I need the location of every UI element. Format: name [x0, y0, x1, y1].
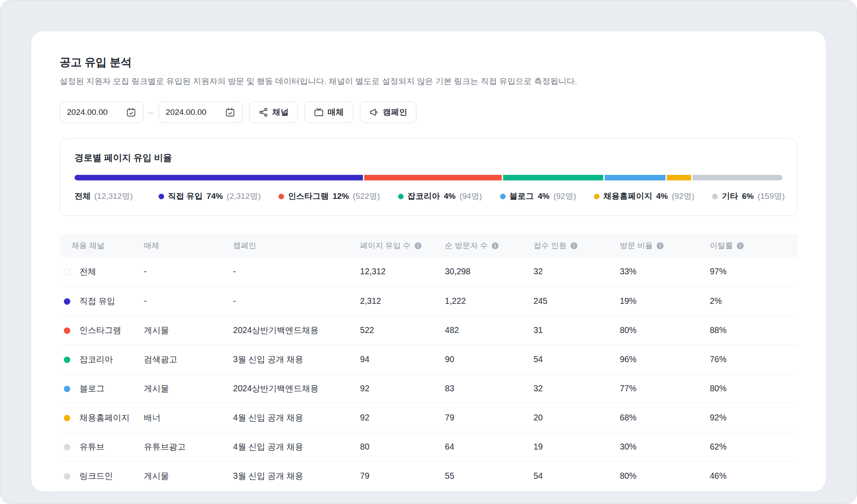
ad-inflow-analysis-card: 공고 유입 분석 설정된 지원자 모집 링크별로 유입된 지원자의 방문 및 행… [31, 31, 826, 492]
info-icon[interactable] [414, 242, 422, 250]
media-cell: - [132, 257, 221, 286]
inflow-table: 채용 채널 매체 [60, 234, 797, 491]
applicants-cell: 31 [521, 315, 608, 345]
visitors-cell: 90 [433, 345, 521, 374]
info-icon[interactable] [736, 242, 744, 250]
visit-rate-cell: 77% [608, 374, 698, 403]
channel-filter-label: 채널 [273, 107, 289, 118]
visit-rate-cell: 33% [608, 257, 698, 286]
applicants-cell: 19 [521, 432, 608, 461]
info-icon[interactable] [491, 242, 499, 250]
media-filter-label: 매체 [328, 107, 344, 118]
table-header-cell: 접수 인원 [521, 234, 608, 257]
table-header-cell: 캠페인 [221, 234, 348, 257]
header-label: 캠페인 [233, 240, 256, 251]
info-icon[interactable] [656, 242, 664, 250]
pageviews-cell: 80 [348, 432, 433, 461]
legend-item-name: 블로그 [509, 191, 534, 202]
info-icon[interactable] [570, 242, 578, 250]
legend-item: 채용홈페이지 4% (92명) [594, 191, 694, 202]
applicants-cell: 32 [521, 374, 608, 403]
legend-item-percent: 4% [538, 192, 549, 201]
channel-color-dot [64, 386, 70, 392]
pageviews-cell: 94 [348, 345, 433, 374]
pageviews-cell: 92 [348, 374, 433, 403]
table-header-cell: 페이지 유입 수 [348, 234, 433, 257]
channel-name: 잡코리아 [79, 354, 113, 364]
bounce-rate-cell: 46% [698, 461, 797, 490]
header-label: 접수 인원 [533, 240, 566, 251]
bounce-rate-cell: 2% [698, 286, 797, 315]
channel-cell: 블로그 [60, 374, 132, 403]
visit-rate-cell: 30% [608, 432, 698, 461]
megaphone-icon [369, 107, 379, 117]
visit-rate-cell: 19% [608, 286, 698, 315]
bar-segment [605, 175, 665, 180]
media-filter-button[interactable]: 매체 [305, 102, 353, 123]
channel-name: 블로그 [79, 384, 105, 393]
legend-item-percent: 6% [742, 192, 753, 201]
visitors-cell: 55 [433, 461, 521, 490]
media-cell: 게시물 [132, 374, 221, 403]
channel-cell: 링크드인 [60, 461, 132, 490]
channel-color-dot [64, 415, 70, 421]
campaign-cell: 4월 신입 공개 채용 [221, 403, 348, 432]
media-cell: 게시물 [132, 315, 221, 345]
channel-color-dot [64, 327, 70, 334]
table-row: 인스타그램 게시물 2024상반기백엔드채용 522 482 31 80% 88… [60, 315, 797, 345]
bounce-rate-cell: 76% [698, 345, 797, 374]
inflow-stacked-bar [75, 175, 782, 180]
table-row: 전체 - - 12,312 30,298 32 33% 97% [60, 257, 797, 286]
table-header-row: 채용 채널 매체 [60, 234, 797, 257]
channel-cell: 직접 유입 [60, 286, 132, 315]
legend-item: 인스타그램 12% (522명) [279, 191, 380, 202]
filter-bar: 2024.00.00 – 2024.00.00 [60, 102, 797, 123]
legend-item: 잡코리아 4% (94명) [398, 191, 482, 202]
header-label: 채용 채널 [72, 240, 105, 251]
channel-name: 유튜브 [79, 442, 105, 451]
end-date-input[interactable]: 2024.00.00 [159, 102, 243, 123]
header-label: 방문 비율 [620, 240, 653, 251]
table-body: 전체 - - 12,312 30,298 32 33% 97% [60, 257, 797, 490]
legend-item-percent: 74% [207, 192, 223, 201]
channel-name: 전체 [79, 267, 96, 276]
inflow-legend: 전체 (12,312명) 직접 유입 74% (2,312명) [75, 191, 782, 202]
channel-name: 채용홈페이지 [79, 413, 129, 422]
start-date-input[interactable]: 2024.00.00 [60, 102, 144, 123]
channel-filter-button[interactable]: 채널 [249, 102, 298, 123]
channel-icon [258, 107, 269, 117]
channel-cell: 인스타그램 [60, 315, 132, 345]
campaign-filter-button[interactable]: 캠페인 [360, 102, 417, 123]
bar-segment [364, 175, 502, 180]
table-header-cell: 매체 [132, 234, 221, 257]
page-background: 공고 유입 분석 설정된 지원자 모집 링크별로 유입된 지원자의 방문 및 행… [0, 0, 857, 504]
header-label: 이탈률 [710, 240, 733, 251]
legend-item-count: (92명) [672, 191, 695, 202]
media-cell: - [132, 286, 221, 315]
media-cell: 배너 [132, 403, 221, 432]
inflow-ratio-panel: 경로별 페이지 유입 비율 전체 (1 [60, 138, 797, 216]
visitors-cell: 482 [433, 315, 521, 345]
legend-item-count: (2,312명) [227, 191, 261, 202]
pageviews-cell: 12,312 [348, 257, 433, 286]
table-header-cell: 순 방문자 수 [433, 234, 521, 257]
end-date-value: 2024.00.00 [166, 108, 207, 117]
visit-rate-cell: 68% [608, 403, 698, 432]
channel-color-dot [64, 473, 70, 480]
applicants-cell: 54 [521, 461, 608, 490]
header-label: 순 방문자 수 [445, 240, 488, 251]
pageviews-cell: 92 [348, 403, 433, 432]
legend-item: 블로그 4% (92명) [500, 191, 576, 202]
channel-color-dot [64, 269, 70, 275]
channel-cell: 잡코리아 [60, 345, 132, 374]
visit-rate-cell: 80% [608, 315, 698, 345]
legend-item-count: (92명) [553, 191, 576, 202]
pageviews-cell: 522 [348, 315, 433, 345]
bounce-rate-cell: 97% [698, 257, 797, 286]
campaign-cell: - [221, 257, 348, 286]
visitors-cell: 83 [433, 374, 521, 403]
legend-color-dot [712, 194, 718, 199]
legend-items: 직접 유입 74% (2,312명) 인스타그램 12% (522명) [159, 191, 785, 202]
bar-segment [692, 175, 782, 180]
legend-item-name: 잡코리아 [408, 191, 440, 202]
